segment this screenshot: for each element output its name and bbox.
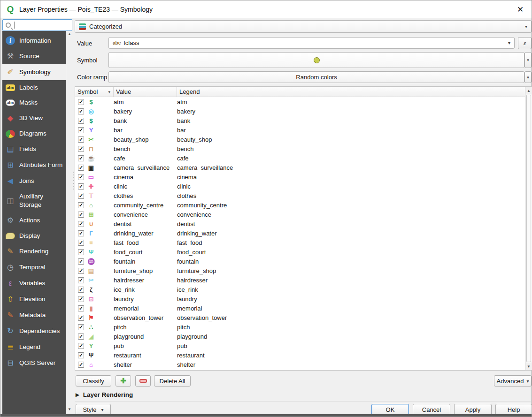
category-checkbox[interactable]: ✓ [78, 165, 84, 171]
category-row[interactable]: ✓Ψfood_courtfood_court [75, 247, 532, 257]
category-row[interactable]: ✓⌂sheltershelter [75, 360, 532, 369]
sidebar-item-diagrams[interactable]: Diagrams [2, 126, 66, 141]
sidebar-item-auxiliary-storage[interactable]: ◫Auxiliary Storage [2, 189, 66, 212]
renderer-type-select[interactable]: Categorized ▾ [75, 20, 532, 33]
category-checkbox[interactable]: ✓ [78, 99, 84, 105]
category-row[interactable]: ✓∪dentistdentist [75, 219, 532, 228]
category-row[interactable]: ✓✂hairdresserhairdresser [75, 275, 532, 285]
category-checkbox[interactable]: ✓ [78, 343, 84, 349]
expression-builder-button[interactable]: ε [518, 37, 532, 49]
sidebar-item-actions[interactable]: ⚙Actions [2, 212, 66, 228]
layer-rendering-expander[interactable]: ▶ Layer Rendering [76, 391, 133, 398]
category-row[interactable]: ✓⌂community_centrecommunity_centre [75, 200, 532, 210]
category-checkbox[interactable]: ✓ [78, 230, 84, 236]
column-header-legend[interactable]: Legend [177, 87, 532, 97]
sidebar-item-joins[interactable]: ◀Joins [2, 173, 66, 189]
category-row[interactable]: ✓Ypubpub [75, 341, 532, 350]
category-checkbox[interactable]: ✓ [78, 249, 84, 255]
sidebar-item-rendering[interactable]: ✎Rendering [2, 243, 66, 259]
column-header-symbol[interactable]: Symbol ▾ [75, 87, 114, 97]
sidebar-item-masks[interactable]: abcMasks [2, 95, 66, 110]
category-checkbox[interactable]: ✓ [78, 146, 84, 152]
sidebar-item-symbology[interactable]: ✐Symbology [2, 64, 66, 80]
add-category-button[interactable]: ✚ [116, 375, 131, 387]
sidebar-item-fields[interactable]: ▤Fields [2, 141, 66, 157]
symbol-preview-button[interactable] [108, 52, 524, 68]
category-checkbox[interactable]: ✓ [78, 212, 84, 218]
sidebar-item-qgis-server[interactable]: ⊟QGIS Server [2, 355, 66, 371]
scroll-down-icon[interactable]: ▼ [66, 407, 72, 411]
category-row[interactable]: ✓$bankbank [75, 116, 532, 125]
category-row[interactable]: ✓⊓benchbench [75, 144, 532, 153]
category-row[interactable]: ✓≡fast_foodfast_food [75, 238, 532, 247]
remove-category-button[interactable] [135, 375, 151, 387]
category-row[interactable]: ✓Ψrestaurantrestaurant [75, 350, 532, 360]
category-checkbox[interactable]: ✓ [78, 315, 84, 321]
category-checkbox[interactable]: ✓ [78, 352, 84, 358]
value-field-select[interactable]: abc fclass ▾ [108, 37, 515, 49]
scroll-up-icon[interactable]: ▲ [525, 87, 532, 94]
category-row[interactable]: ✓⊡laundrylaundry [75, 294, 532, 303]
category-checkbox[interactable]: ✓ [78, 258, 84, 265]
column-header-value[interactable]: Value [114, 87, 177, 97]
category-checkbox[interactable]: ✓ [78, 108, 84, 114]
scrollbar-thumb[interactable] [526, 95, 531, 362]
category-row[interactable]: ✓⊞convenienceconvenience [75, 210, 532, 219]
sidebar-scrollbar[interactable]: ▲ ▼ [66, 31, 72, 415]
sidebar-item-labels[interactable]: abcLabels [2, 80, 66, 95]
category-row[interactable]: ✓♒fountainfountain [75, 257, 532, 266]
sidebar-item-metadata[interactable]: ✎Metadata [2, 307, 66, 323]
sidebar-item-attributes-form[interactable]: ⊞Attributes Form [2, 157, 66, 173]
category-row[interactable]: ✓⊤clothesclothes [75, 191, 532, 200]
scroll-down-icon[interactable]: ▼ [525, 363, 532, 370]
category-checkbox[interactable]: ✓ [78, 268, 84, 274]
sidebar-item-dependencies[interactable]: ↻Dependencies [2, 323, 66, 339]
category-row[interactable]: ✓▤furniture_shopfurniture_shop [75, 266, 532, 275]
category-row[interactable]: ✓◢playgroundplayground [75, 332, 532, 341]
color-ramp-dropdown-button[interactable]: ▾ [524, 71, 532, 83]
table-scrollbar[interactable]: ▲ ▼ [525, 87, 532, 370]
category-checkbox[interactable]: ✓ [78, 118, 84, 124]
delete-all-button[interactable]: Delete All [154, 375, 191, 387]
symbol-dropdown-button[interactable]: ▾ [524, 52, 532, 68]
sidebar-item-legend[interactable]: ≣Legend [2, 339, 66, 355]
sidebar-item-information[interactable]: iInformation [2, 33, 66, 48]
category-row[interactable]: ✓◎bakerybakery [75, 106, 532, 116]
category-row[interactable]: ✓$atmatm [75, 97, 532, 106]
category-row[interactable]: ✓⚑observation_towerobservation_tower [75, 313, 532, 322]
category-row[interactable]: ✓▣camera_surveillancecamera_surveillance [75, 163, 532, 172]
category-checkbox[interactable]: ✓ [78, 155, 84, 161]
category-row[interactable]: ✓✂beauty_shopbeauty_shop [75, 135, 532, 144]
splitter-handle[interactable] [73, 172, 74, 190]
category-row[interactable]: ✓✚clinicclinic [75, 182, 532, 191]
color-ramp-select[interactable]: Random colors [108, 71, 524, 83]
category-checkbox[interactable]: ✓ [78, 362, 84, 368]
sidebar-item-3d-view[interactable]: ◆3D View [2, 110, 66, 126]
category-checkbox[interactable]: ✓ [78, 221, 84, 227]
sidebar-item-elevation[interactable]: ⇧Elevation [2, 291, 66, 307]
sidebar-item-display[interactable]: Display [2, 228, 66, 243]
category-row[interactable]: ✓☕cafecafe [75, 153, 532, 163]
category-checkbox[interactable]: ✓ [78, 277, 84, 283]
classify-button[interactable]: Classify [76, 375, 111, 387]
category-row[interactable]: ✓∴pitchpitch [75, 322, 532, 332]
category-checkbox[interactable]: ✓ [78, 305, 84, 311]
category-checkbox[interactable]: ✓ [78, 183, 84, 190]
sidebar-item-source[interactable]: ⚒Source [2, 48, 66, 64]
close-icon[interactable]: ✕ [510, 1, 531, 17]
sidebar-item-variables[interactable]: εVariables [2, 275, 66, 291]
category-row[interactable]: ✓ζice_rinkice_rink [75, 285, 532, 294]
category-checkbox[interactable]: ✓ [78, 240, 84, 246]
category-row[interactable]: ✓▮memorialmemorial [75, 303, 532, 313]
category-row[interactable]: ✓Ybarbar [75, 125, 532, 135]
category-checkbox[interactable]: ✓ [78, 334, 84, 340]
category-checkbox[interactable]: ✓ [78, 136, 84, 143]
category-checkbox[interactable]: ✓ [78, 202, 84, 208]
search-input[interactable] [2, 19, 72, 31]
category-checkbox[interactable]: ✓ [78, 287, 84, 293]
category-checkbox[interactable]: ✓ [78, 193, 84, 199]
category-row[interactable]: ✓Гdrinking_waterdrinking_water [75, 228, 532, 238]
category-checkbox[interactable]: ✓ [78, 174, 84, 180]
category-checkbox[interactable]: ✓ [78, 296, 84, 302]
advanced-button[interactable]: Advanced ▾ [494, 375, 532, 387]
